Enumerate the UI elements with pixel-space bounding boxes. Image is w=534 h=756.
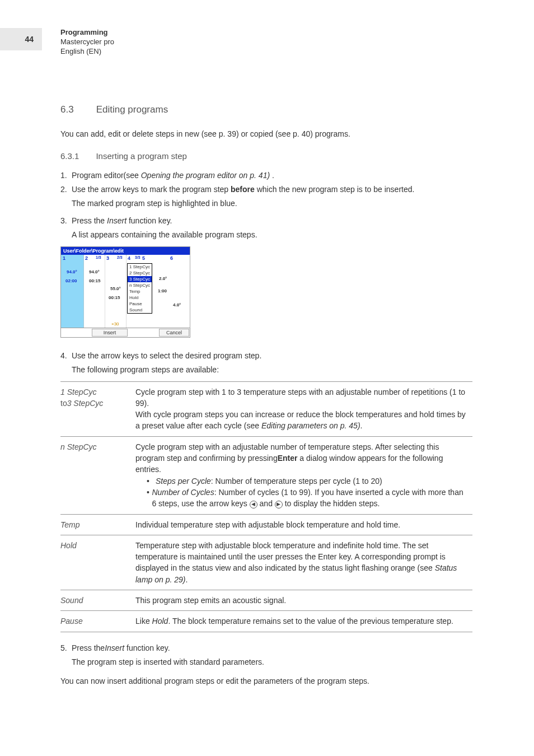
text-bold: before (231, 185, 255, 194)
outro-text: You can now insert additional program st… (60, 676, 472, 687)
text-italic: Insert (105, 643, 124, 652)
graph-col-2 (83, 255, 105, 328)
text: Press the (72, 216, 107, 225)
arrow-left-icon: ◀ (250, 501, 257, 508)
text: : Number of temperature steps per cycle … (211, 477, 382, 486)
step-marker: 5. (60, 642, 72, 654)
term: 1 StepCyc (60, 388, 97, 396)
col-num: 4 (128, 255, 130, 261)
step-body: Press theInsert function key. (72, 642, 472, 654)
step-marker: 2. (60, 184, 72, 195)
step-5: 5. Press theInsert function key. (60, 642, 472, 654)
step-4-sub: The following program steps are availabl… (72, 364, 472, 376)
section-heading: 6.3Editing programs (60, 104, 472, 115)
arrow-right-icon: ▶ (275, 501, 283, 508)
subsection-heading: 6.3.1Inserting a program step (60, 151, 472, 161)
table-row: n StepCyc Cycle program step with an adj… (60, 436, 472, 514)
text: function key. (124, 643, 170, 652)
bullet-item: • Number of Cycles: Number of cycles (1 … (147, 487, 469, 510)
step-1: 1. Program editor(see Opening the progra… (60, 170, 472, 181)
text: . (186, 575, 188, 584)
text-italic: Number of Cycles (152, 488, 214, 497)
text: which the new program step is to be inse… (255, 185, 415, 194)
col-num: 5 (142, 255, 145, 261)
bullet-item: • Steps per Cycle: Number of temperature… (147, 475, 469, 487)
header-title: Programming (60, 28, 114, 38)
col-num: 1 (63, 255, 65, 261)
time-value: 1:00 (158, 288, 167, 293)
insert-dropdown: 1 StepCyc 2 StepCyc 3 StepCyc n StepCyc … (127, 263, 152, 314)
text: . The block temperature remains set to t… (168, 617, 453, 626)
text: Cycle program step with 1 to 3 temperatu… (135, 388, 465, 408)
text: . (360, 421, 363, 430)
time-value: 02:00 (65, 278, 77, 283)
term-cell: Sound (60, 590, 135, 611)
section-title: Editing programs (96, 104, 168, 115)
temp-value: 94.0° (67, 269, 77, 274)
text-italic: Hold (152, 617, 168, 626)
cancel-button: Cancel (159, 329, 189, 337)
text: function key. (127, 216, 172, 225)
step-marker: 1. (60, 170, 72, 181)
graph-col-3 (105, 255, 127, 328)
col-sub: 1/3 (96, 255, 101, 259)
subsection-number: 6.3.1 (60, 151, 79, 161)
bullet-dot: • (147, 487, 152, 510)
text: to (60, 399, 67, 408)
text: and (257, 499, 275, 508)
text: to display the hidden steps. (283, 499, 380, 508)
text: . (270, 171, 274, 180)
table-row: Temp Individual temperature step with ad… (60, 514, 472, 535)
step-5-sub: The program step is inserted with standa… (72, 656, 472, 668)
menu-item: Temp (128, 288, 152, 295)
step-4: 4. Use the arrow keys to select the desi… (60, 350, 472, 362)
col-num: 3 (106, 255, 109, 261)
insert-button: Insert (92, 329, 128, 337)
page-header: Programming Mastercycler pro English (EN… (60, 28, 114, 57)
page-content: 6.3Editing programs You can add, edit or… (60, 0, 472, 687)
temp-value: 55.0° (110, 286, 121, 291)
col-num: 6 (170, 255, 173, 261)
desc-cell: Cycle program step with an adjustable nu… (135, 436, 472, 514)
text-bold: Enter (278, 454, 298, 463)
menu-item: Hold (128, 295, 152, 301)
step-body: Use the arrow keys to select the desired… (72, 350, 472, 362)
term: 3 StepCyc (67, 399, 104, 408)
step-3: 3. Press the Insert function key. (60, 215, 472, 227)
desc-cell: Individual temperature step with adjusta… (135, 514, 472, 535)
text: Temperature step with adjustable block t… (135, 541, 446, 573)
term-cell: Pause (60, 611, 135, 632)
term-cell: n StepCyc (60, 436, 135, 514)
table-row: Hold Temperature step with adjustable bl… (60, 535, 472, 590)
term-cell: 1 StepCyc to3 StepCyc (60, 381, 135, 436)
program-step-table: 1 StepCyc to3 StepCyc Cycle program step… (60, 381, 472, 632)
graph-col-1 (61, 255, 84, 328)
term-cell: Hold (60, 535, 135, 590)
editor-screenshot: User\Folder\Program\edit 1 2 1/3 3 2/3 4… (60, 246, 190, 338)
text: Like (135, 617, 152, 626)
step-2-sub: The marked program step is highlighted i… (72, 198, 472, 209)
subsection-title: Inserting a program step (96, 151, 187, 161)
header-language: English (EN) (60, 47, 114, 57)
desc-cell: Like Hold. The block temperature remains… (135, 611, 472, 632)
screenshot-titlebar: User\Folder\Program\edit (61, 247, 190, 255)
text: Press the (72, 643, 105, 652)
step-3-sub: A list appears containing the available … (72, 229, 472, 241)
menu-item-selected: 3 StepCyc (128, 276, 152, 282)
text-italic: Insert (107, 216, 127, 225)
cycle-count: ×30 (111, 321, 119, 326)
temp-value: 2.0° (159, 276, 167, 281)
text-italic: Steps per Cycle (156, 477, 211, 486)
step-2: 2. Use the arrow keys to mark the progra… (60, 184, 472, 195)
bullet-dot: • (147, 475, 156, 487)
temp-value: 94.0° (89, 269, 100, 274)
step-body: Use the arrow keys to mark the program s… (72, 184, 472, 195)
menu-item: 2 StepCyc (128, 270, 152, 276)
table-row: Pause Like Hold. The block temperature r… (60, 611, 472, 632)
text-italic: Editing parameters on p. 45) (261, 421, 360, 430)
text-italic: Opening the program editor on p. 41) (141, 171, 270, 180)
time-value: 00:15 (89, 278, 100, 283)
col-sub: 2/3 (117, 255, 123, 259)
step-marker: 3. (60, 215, 72, 227)
step-marker: 4. (60, 350, 72, 362)
